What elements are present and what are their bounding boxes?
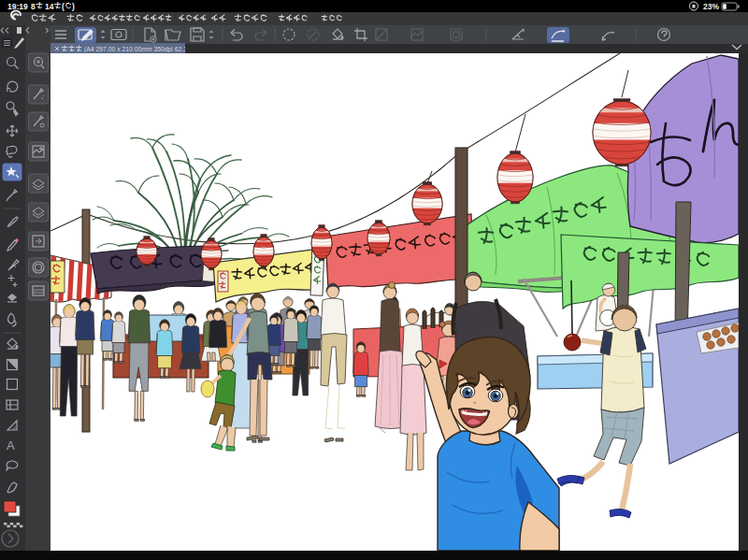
- svg-text:A: A: [7, 438, 15, 452]
